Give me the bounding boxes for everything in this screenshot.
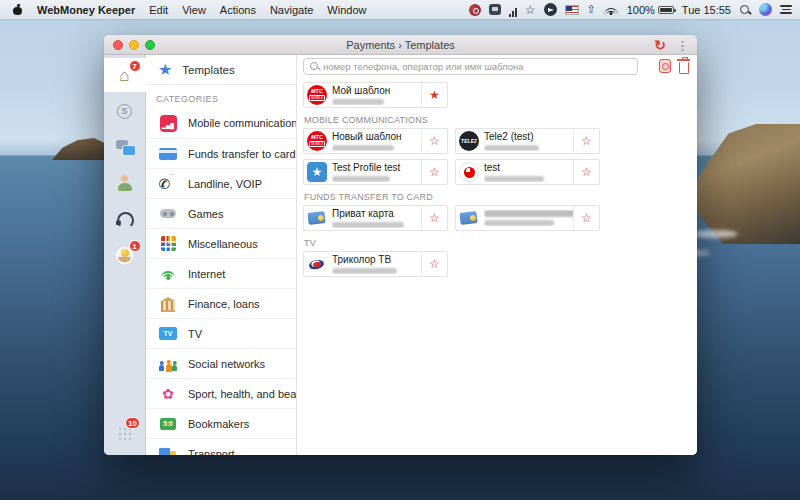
chat-bubbles-icon (116, 140, 134, 155)
templates-header-label: Templates (182, 64, 234, 76)
categories-sidebar: ★ Templates CATEGORIES ▂▅█ Mobile commun… (146, 55, 297, 455)
truck-icon (158, 444, 178, 456)
section-header-funds: FUNDS TRANSFER TO CARD (304, 192, 697, 202)
kebab-menu-icon[interactable]: ⋮ (676, 39, 689, 52)
favorite-star-icon[interactable] (421, 129, 447, 153)
template-title: Tele2 (test) (484, 132, 573, 143)
redacted-subtitle (332, 176, 390, 182)
favorite-star-icon[interactable] (573, 129, 599, 153)
home-icon: ⌂ (119, 67, 129, 84)
favorite-star-icon[interactable] (421, 252, 447, 276)
redacted-subtitle (332, 222, 404, 228)
battery-indicator[interactable]: 100% (627, 4, 674, 16)
wallpaper-foam (692, 230, 738, 238)
template-card-tele2-test[interactable]: TELE2 Tele2 (test) (455, 128, 600, 154)
window-title-bar[interactable]: Payments › Templates ↻ ⋮ (104, 35, 697, 55)
rail-item-home[interactable]: ⌂ 7 (104, 58, 146, 92)
favorite-star-icon[interactable] (421, 206, 447, 230)
templates-scroll-area[interactable]: МТСMOBILE Мой шаблон MOBILE COMMUNICATIO… (297, 79, 697, 455)
favorite-star-icon[interactable] (421, 160, 447, 184)
category-internet[interactable]: Internet (146, 258, 296, 288)
menubar-clock[interactable]: Tue 15:55 (682, 4, 731, 16)
rail-item-contacts[interactable] (104, 166, 146, 200)
wallpaper-cliff-right (690, 124, 800, 244)
search-box[interactable] (303, 58, 638, 75)
menu-actions[interactable]: Actions (220, 4, 256, 16)
template-title: test (484, 163, 573, 174)
rail-item-apps[interactable]: 10 (104, 419, 146, 449)
battery-percent-label: 100% (627, 4, 655, 16)
app-menu-title[interactable]: WebMoney Keeper (37, 4, 135, 16)
menu-edit[interactable]: Edit (149, 4, 168, 16)
menu-view[interactable]: View (182, 4, 206, 16)
star-status-icon[interactable]: ☆ (525, 3, 536, 17)
redacted-title (484, 210, 573, 217)
window-title: Payments › Templates (346, 39, 455, 51)
input-language-flag-icon[interactable] (565, 5, 579, 15)
template-card-moy-shablon[interactable]: МТСMOBILE Мой шаблон (303, 82, 448, 108)
template-star-logo: ★ (307, 162, 327, 182)
category-social-networks[interactable]: Social networks (146, 348, 296, 378)
sidebar-templates-header[interactable]: ★ Templates (146, 55, 296, 85)
viber-status-icon[interactable] (469, 4, 481, 16)
template-card-test-profile[interactable]: ★ Test Profile test (303, 159, 448, 185)
contact-person-icon (117, 175, 133, 191)
wifi-icon[interactable] (604, 4, 619, 15)
template-card-noviy-shablon[interactable]: МТСMOBILE Новый шаблон (303, 128, 448, 154)
battery-icon (658, 6, 674, 14)
category-transport[interactable]: Transport (146, 438, 296, 455)
minimize-window-button[interactable] (129, 40, 139, 50)
up-arrow-status-icon[interactable]: ⇧ (587, 3, 596, 17)
refresh-icon[interactable]: ↻ (654, 38, 666, 52)
favorite-star-icon[interactable] (421, 83, 447, 107)
template-card-privat[interactable]: Приват карта (303, 205, 448, 231)
mts-logo: МТСMOBILE (307, 131, 327, 151)
category-landline-voip[interactable]: ✆ Landline, VOIP (146, 168, 296, 198)
category-funds-transfer[interactable]: Funds transfer to card (146, 138, 296, 168)
template-card-redacted[interactable] (455, 205, 600, 231)
menu-navigate[interactable]: Navigate (270, 4, 313, 16)
menu-window[interactable]: Window (327, 4, 366, 16)
lotus-flower-icon: ✿ (158, 384, 178, 404)
spotlight-search-icon[interactable] (739, 4, 751, 16)
siri-icon[interactable] (759, 3, 772, 16)
template-card-test[interactable]: test (455, 159, 600, 185)
category-tv[interactable]: TV TV (146, 318, 296, 348)
wallpaper-headland-left (52, 138, 108, 160)
messages-status-icon[interactable] (489, 4, 501, 15)
templates-content: МТСMOBILE Мой шаблон MOBILE COMMUNICATIO… (297, 55, 697, 455)
apple-menu-icon[interactable] (12, 4, 23, 15)
notification-center-icon[interactable] (780, 3, 792, 17)
favorite-star-icon[interactable] (573, 160, 599, 184)
card-scan-icon[interactable] (659, 59, 671, 73)
phone-handset-icon: ✆ (158, 174, 178, 194)
template-card-tricolor[interactable]: Триколор ТВ (303, 251, 448, 277)
headset-icon (116, 212, 133, 227)
menu-bar: WebMoney Keeper Edit View Actions Naviga… (0, 0, 800, 19)
rail-item-messages[interactable] (104, 130, 146, 164)
app-window: Payments › Templates ↻ ⋮ ⌂ 7 S (104, 35, 697, 455)
rail-item-payments[interactable]: 1 (104, 238, 146, 272)
bank-building-icon (158, 294, 178, 314)
redacted-subtitle (332, 99, 384, 105)
category-bookmakers[interactable]: 5:0 Bookmakers (146, 408, 296, 438)
trash-icon[interactable] (679, 62, 689, 74)
section-header-mobile: MOBILE COMMUNICATIONS (304, 115, 697, 125)
categories-section-label: CATEGORIES (146, 85, 296, 108)
category-sport-health-beauty[interactable]: ✿ Sport, health, and beauty (146, 378, 296, 408)
category-miscellaneous[interactable]: Miscellaneous (146, 228, 296, 258)
category-mobile-communications[interactable]: ▂▅█ Mobile communications (146, 108, 296, 138)
zoom-window-button[interactable] (145, 40, 155, 50)
category-games[interactable]: Games (146, 198, 296, 228)
redacted-subtitle (332, 268, 397, 274)
template-title: Test Profile test (332, 163, 421, 174)
close-window-button[interactable] (113, 40, 123, 50)
template-title: Мой шаблон (332, 86, 421, 97)
telegram-status-icon[interactable] (544, 3, 557, 16)
rail-item-support[interactable] (104, 202, 146, 236)
favorite-star-icon[interactable] (573, 206, 599, 230)
signal-bars-icon[interactable] (509, 3, 517, 17)
search-input[interactable] (323, 61, 637, 72)
category-finance-loans[interactable]: Finance, loans (146, 288, 296, 318)
rail-item-deposit[interactable]: S (104, 94, 146, 128)
